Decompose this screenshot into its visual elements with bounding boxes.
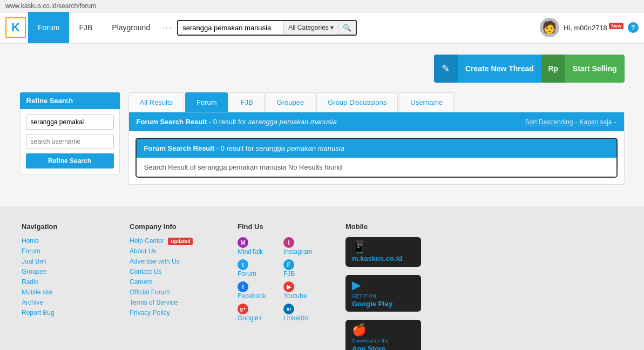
start-selling-icon: Rp: [541, 55, 565, 83]
footer-link-archive[interactable]: Archive: [22, 299, 108, 306]
app-mkaskus[interactable]: 📱 m.kaskus.co.id: [345, 237, 421, 267]
footer-link-radio[interactable]: Radio: [22, 278, 108, 286]
refine-search-header: Refine Search: [20, 92, 120, 109]
avatar[interactable]: 🧑: [540, 18, 559, 37]
footer-link-aboutus[interactable]: About Us: [130, 247, 216, 255]
logo-letter: K: [11, 21, 20, 35]
global-search-input[interactable]: [178, 21, 283, 35]
googleplay-icon: ▶: [352, 278, 361, 292]
footer-mobile-title: Mobile: [345, 223, 432, 231]
no-results-text: Search Result of serangga pemakan manusi…: [144, 163, 342, 171]
twitter-icon: t: [238, 259, 248, 270]
footer-company: Company Info Help Center Updated About U…: [130, 223, 216, 350]
footer-link-advertise[interactable]: Advertise with Us: [130, 258, 216, 265]
facebook-icon: f: [238, 281, 248, 292]
appstore-icon: 🍎: [352, 323, 367, 336]
youtube-icon: ▶: [283, 281, 294, 292]
main-content: ✎ Create New Thread Rp Start Selling Ref…: [9, 44, 635, 196]
findus-fjb[interactable]: F FJB: [283, 259, 324, 278]
search-result-box: Forum Search Result - 0 result for seran…: [135, 138, 618, 178]
findus-googleplus[interactable]: g+ Google+: [238, 304, 278, 322]
url-text: www.kaskus.co.id/search/forum: [5, 2, 96, 10]
footer-link-contactus[interactable]: Contact Us: [130, 268, 216, 275]
sort-dropdown[interactable]: Sort Descending: [525, 118, 573, 126]
refine-username-input[interactable]: [26, 134, 114, 149]
footer-link-tos[interactable]: Terms of Service: [130, 299, 216, 306]
tab-groupee[interactable]: Groupee: [266, 92, 316, 112]
footer-columns: Navigation Home Forum Jual Beli Groupee …: [22, 223, 622, 350]
refine-search-button[interactable]: Refine Search: [26, 153, 114, 169]
footer-link-reportbug[interactable]: Report Bug: [22, 309, 108, 317]
tab-fjb[interactable]: FJB: [229, 92, 264, 112]
user-area: 🧑 Hi, m00n2718 New ?: [540, 18, 639, 37]
footer-nav-title: Navigation: [22, 223, 108, 231]
refine-body: Refine Search: [20, 109, 120, 174]
tab-forum[interactable]: Forum: [185, 92, 228, 112]
findus-linkedin[interactable]: in LinkedIn: [283, 304, 324, 322]
time-separator: -: [614, 118, 616, 126]
tab-group-discussions[interactable]: Group Discussions: [316, 92, 398, 112]
start-selling-button[interactable]: Rp Start Selling: [541, 55, 625, 83]
search-button[interactable]: 🔍: [338, 21, 356, 35]
app-googleplay[interactable]: ▶ GET IT ON Google Play: [345, 275, 421, 312]
fjb-icon: F: [283, 259, 294, 270]
footer-link-officialforum[interactable]: Official Forum: [130, 288, 216, 296]
nav-fjb[interactable]: FJB: [69, 12, 102, 43]
findus-mindtalk[interactable]: M MindTalk: [238, 237, 278, 255]
results-title: Forum Search Result: [137, 118, 207, 126]
footer-link-forum[interactable]: Forum: [22, 247, 108, 255]
create-thread-label: Create New Thread: [458, 64, 541, 73]
help-icon[interactable]: ?: [628, 22, 639, 33]
tab-username[interactable]: Username: [399, 92, 454, 112]
search-layout: Refine Search Refine Search All Results …: [20, 92, 625, 185]
results-summary: Forum Search Result - 0 result for seran…: [137, 118, 337, 126]
results-count: - 0 result for: [209, 118, 248, 126]
search-tabs: All Results Forum FJB Groupee Group Disc…: [128, 92, 625, 112]
tab-all-results[interactable]: All Results: [128, 92, 184, 112]
footer-link-jualbeli[interactable]: Jual Beli: [22, 258, 108, 265]
footer-link-home[interactable]: Home: [22, 237, 108, 245]
footer-link-helpcenter[interactable]: Help Center Updated: [130, 237, 216, 245]
app-appstore[interactable]: 🍎 Download on the App Store: [345, 320, 421, 350]
nav-playground[interactable]: Playground: [102, 12, 160, 43]
phone-icon: 📱: [352, 240, 367, 254]
right-panel: All Results Forum FJB Groupee Group Disc…: [128, 92, 625, 185]
refine-search-input[interactable]: [26, 115, 114, 130]
footer-link-privacy[interactable]: Privacy Policy: [130, 309, 216, 317]
search-result-inner: Forum Search Result - 0 result for seran…: [137, 139, 616, 158]
footer-navigation: Navigation Home Forum Jual Beli Groupee …: [22, 223, 108, 350]
updated-badge: Updated: [168, 238, 193, 245]
create-thread-icon: ✎: [434, 55, 458, 83]
instagram-icon: I: [283, 237, 294, 248]
user-greeting: Hi, m00n2718 New: [564, 23, 623, 32]
results-header: Forum Search Result - 0 result for seran…: [129, 112, 624, 131]
footer-company-title: Company Info: [130, 223, 216, 231]
avatar-icon: 🧑: [542, 21, 557, 35]
linkedin-icon: in: [283, 304, 294, 314]
nav-forum[interactable]: Forum: [28, 12, 69, 43]
category-dropdown[interactable]: All Categories ▾: [283, 21, 338, 34]
create-thread-button[interactable]: ✎ Create New Thread: [434, 55, 541, 83]
kaskus-logo[interactable]: K: [5, 17, 26, 38]
footer-link-groupee[interactable]: Groupee: [22, 268, 108, 275]
new-badge: New: [609, 23, 623, 29]
main-navigation: K Forum FJB Playground ⋯ All Categories …: [0, 12, 644, 44]
results-area: Forum Search Result - 0 result for seran…: [128, 112, 625, 185]
findus-youtube[interactable]: ▶ Youtube: [283, 281, 324, 300]
findus-forum[interactable]: t Forum: [238, 259, 278, 278]
mobile-apps: 📱 m.kaskus.co.id ▶ GET IT ON Google Play…: [345, 237, 432, 350]
findus-instagram[interactable]: I Instagram: [283, 237, 324, 255]
footer-link-mobilesite[interactable]: Mobile site: [22, 288, 108, 296]
browser-url-bar: www.kaskus.co.id/search/forum: [0, 0, 644, 12]
search-result-body: Search Result of serangga pemakan manusi…: [137, 158, 616, 177]
footer-link-careers[interactable]: Careers: [130, 278, 216, 286]
findus-grid: M MindTalk I Instagram t Forum F FJB f: [238, 237, 324, 325]
gplus-icon: g+: [238, 304, 248, 314]
footer-findus: Find Us M MindTalk I Instagram t Forum F…: [238, 223, 324, 350]
time-dropdown[interactable]: Kapan saja: [579, 118, 612, 126]
search-result-title: Forum Search Result: [144, 144, 215, 152]
footer-mobile: Mobile 📱 m.kaskus.co.id ▶ GET IT ON Goog…: [345, 223, 432, 350]
findus-facebook[interactable]: f Facebook: [238, 281, 278, 300]
footer-findus-title: Find Us: [238, 223, 324, 231]
search-result-count: - 0 result for: [216, 144, 256, 152]
